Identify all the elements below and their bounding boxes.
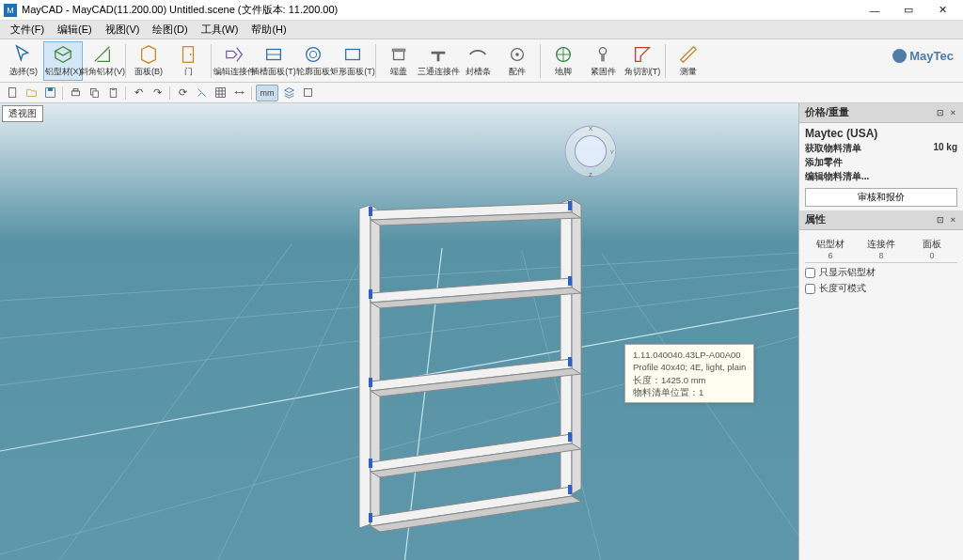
secondary-toolbar: ↶ ↷ ⟳ mm [0, 83, 963, 103]
view-cube[interactable]: X Y Z [561, 122, 620, 180]
ground-icon [553, 44, 574, 65]
new-button[interactable] [4, 85, 21, 101]
weight-value: 10 kg [933, 142, 957, 155]
tool-seal[interactable]: 封槽条 [458, 42, 497, 80]
svg-rect-49 [369, 207, 372, 216]
save-button[interactable] [41, 85, 58, 101]
svg-rect-55 [369, 459, 372, 468]
tool-slot[interactable]: 插槽面板(T) [254, 42, 293, 80]
tool-notch[interactable]: 角切割(T) [623, 42, 662, 80]
svg-rect-17 [71, 91, 79, 96]
menu-edit[interactable]: 编辑(E) [51, 21, 99, 39]
undo-button[interactable]: ↶ [130, 85, 147, 101]
edit-bom-link[interactable]: 编辑物料清单... [805, 170, 869, 183]
print-button[interactable] [67, 85, 84, 101]
maximize-button[interactable]: ▭ [892, 1, 925, 20]
paste-button[interactable] [104, 85, 121, 101]
svg-rect-14 [8, 88, 15, 98]
contour-icon [303, 44, 324, 65]
show-profiles-only-check[interactable]: 只显示铝型材 [805, 266, 957, 279]
add-part-link[interactable]: 添加零件 [805, 156, 843, 169]
review-quote-button[interactable]: 审核和报价 [805, 188, 957, 207]
redo-button[interactable]: ↷ [149, 85, 166, 101]
tool-editconn[interactable]: 编辑连接件 [214, 42, 254, 80]
tool-cap[interactable]: 端盖 [379, 42, 418, 80]
svg-point-4 [307, 47, 321, 61]
tee-icon [428, 44, 449, 65]
tool-profile[interactable]: 铝型材(X) [43, 41, 83, 81]
tool-select[interactable]: 选择(S) [4, 42, 43, 80]
company-name: Maytec (USA) [805, 127, 957, 140]
window-title: MayCAD - MayCAD(11.200.00) Untitled.scen… [22, 3, 858, 17]
tool-panel[interactable]: 面板(B) [129, 42, 168, 80]
svg-text:Z: Z [589, 171, 592, 178]
tool-ground[interactable]: 地脚 [544, 42, 583, 80]
pin-icon[interactable]: ⊡ × [937, 108, 957, 117]
cap-icon [388, 44, 409, 65]
3d-viewport[interactable]: 透视图 [0, 103, 798, 560]
minimize-button[interactable]: — [858, 1, 892, 20]
svg-line-30 [56, 244, 292, 560]
svg-point-60 [575, 135, 606, 166]
tab-connectors[interactable]: 连接件8 [856, 236, 907, 262]
fastener-icon [592, 44, 613, 65]
svg-rect-52 [568, 276, 572, 286]
svg-rect-53 [369, 378, 372, 387]
svg-point-5 [309, 51, 316, 57]
tool-fastener[interactable]: 紧固件 [583, 42, 623, 80]
cut-tool-button[interactable] [193, 85, 210, 101]
brand-logo: MayTec [892, 49, 954, 63]
bom-link[interactable]: 获取物料清单 [805, 142, 861, 155]
open-button[interactable] [23, 85, 39, 101]
grid-snap-button[interactable] [212, 85, 229, 101]
svg-rect-22 [111, 88, 114, 90]
svg-marker-37 [560, 199, 572, 500]
settings-button[interactable] [299, 85, 316, 101]
slot-icon [263, 44, 284, 65]
tool-measure[interactable]: 测量 [669, 42, 708, 80]
tool-tee[interactable]: 三通连接件 [418, 42, 458, 80]
tab-profiles[interactable]: 铝型材6 [805, 236, 856, 262]
svg-rect-50 [568, 201, 572, 210]
menu-file[interactable]: 文件(F) [4, 21, 51, 39]
menu-view[interactable]: 视图(V) [99, 21, 147, 39]
svg-marker-35 [359, 205, 371, 528]
dimension-button[interactable] [230, 85, 247, 101]
tool-accessory[interactable]: 配件 [497, 42, 537, 80]
tool-rect[interactable]: 矩形面板(T) [333, 42, 372, 80]
title-bar: M MayCAD - MayCAD(11.200.00) Untitled.sc… [0, 0, 963, 21]
cursor-icon [13, 44, 34, 65]
measure-icon [678, 44, 699, 65]
svg-rect-16 [48, 88, 53, 91]
menu-draw[interactable]: 绘图(D) [146, 21, 194, 39]
svg-rect-20 [92, 91, 98, 98]
menu-help[interactable]: 帮助(H) [245, 21, 292, 39]
layers-button[interactable] [280, 85, 297, 101]
main-toolbar: 选择(S) 铝型材(X) 斜角铝材(V) 面板(B) 门 编辑连接件 插槽面板(… [0, 39, 963, 83]
tool-angle[interactable]: 斜角铝材(V) [83, 42, 122, 80]
svg-rect-13 [601, 54, 605, 61]
close-button[interactable]: ✕ [925, 1, 959, 20]
tool-door[interactable]: 门 [168, 42, 208, 80]
copy-button[interactable] [86, 85, 103, 101]
price-weight-header[interactable]: 价格/重量⊡ × [799, 103, 963, 123]
tab-panels[interactable]: 面板0 [907, 236, 957, 262]
properties-header[interactable]: 属性⊡ × [799, 210, 963, 230]
svg-rect-0 [183, 46, 194, 62]
tool-contour[interactable]: 轮廓面板 [293, 42, 333, 80]
view-mode-tag[interactable]: 透视图 [2, 105, 43, 122]
length-mode-check[interactable]: 长度可模式 [805, 282, 957, 295]
accessory-icon [507, 44, 528, 65]
door-icon [178, 44, 198, 65]
rect-icon [342, 44, 363, 65]
svg-rect-18 [73, 88, 78, 90]
refresh-button[interactable]: ⟳ [174, 85, 191, 101]
properties-panel: 价格/重量⊡ × Maytec (USA) 获取物料清单10 kg 添加零件 编… [798, 103, 963, 560]
app-icon: M [4, 4, 17, 17]
aluminum-frame-model[interactable] [339, 197, 602, 545]
connector-icon [224, 44, 245, 65]
pin-icon-2[interactable]: ⊡ × [937, 215, 957, 225]
menu-tools[interactable]: 工具(W) [195, 21, 245, 39]
unit-mm-button[interactable]: mm [256, 85, 278, 101]
svg-rect-51 [369, 289, 372, 299]
